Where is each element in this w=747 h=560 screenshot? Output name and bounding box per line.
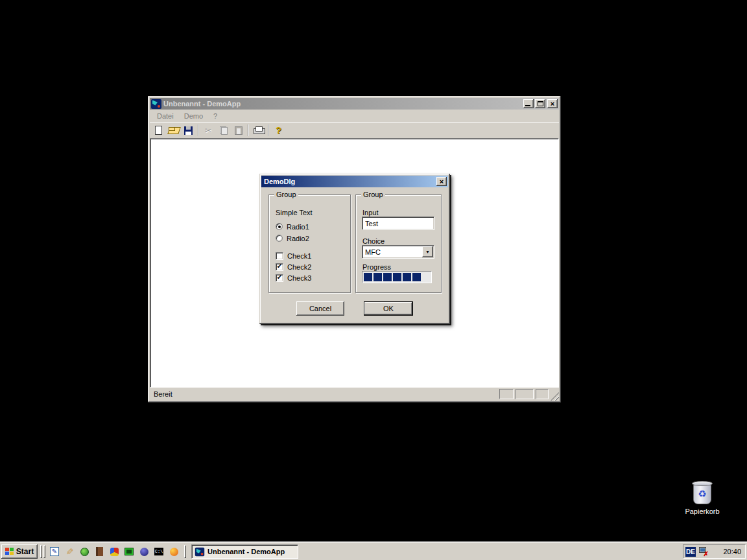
static-text: Simple Text (276, 208, 313, 216)
command-prompt-icon: C:\ (154, 548, 163, 555)
radio2-label: Radio2 (287, 235, 309, 242)
group-left: Group Simple Text Radio1 Radio2 Check1 C… (268, 194, 351, 293)
quicklaunch-editor-button[interactable]: ✎ (49, 546, 60, 557)
toolbar-separator (248, 124, 249, 136)
choice-combobox[interactable]: MFC ▼ (362, 245, 434, 259)
input-label-row: Input (362, 208, 378, 216)
combo-dropdown-button[interactable]: ▼ (422, 246, 433, 257)
main-titlebar[interactable]: Unbenannt - DemoApp × (150, 98, 559, 110)
progress-bar (362, 271, 432, 283)
help-icon: ? (276, 125, 281, 135)
copy-button[interactable] (216, 123, 231, 137)
status-pane (516, 389, 534, 399)
app-icon (195, 547, 204, 556)
ok-button[interactable]: OK (364, 301, 413, 316)
progress-label: Progress (362, 263, 391, 271)
new-document-icon (155, 126, 162, 135)
new-document-button[interactable] (151, 123, 166, 137)
taskbar-clock[interactable]: 20:40 (723, 548, 741, 555)
recycle-symbol-icon: ♻ (692, 489, 713, 498)
quicklaunch-green-ball-button[interactable] (78, 546, 90, 557)
radio-row-2[interactable]: Radio2 (276, 234, 309, 242)
editor-icon: ✎ (50, 547, 59, 556)
quicklaunch-globe-button[interactable] (138, 546, 150, 557)
check3-indicator[interactable] (276, 274, 283, 282)
cancel-button[interactable]: Cancel (296, 301, 344, 316)
menubar: Datei Demo ? (150, 110, 559, 122)
radio-row-1[interactable]: Radio1 (276, 222, 309, 231)
group-left-label: Group (274, 191, 298, 198)
toolbar-separator (198, 124, 199, 136)
task-button-label: Unbenannt - DemoApp (208, 548, 285, 555)
print-button[interactable] (251, 123, 266, 137)
windows-logo-icon (5, 548, 14, 555)
taskbar-drag-handle[interactable] (40, 545, 42, 558)
firefox-icon (170, 548, 178, 556)
menu-demo[interactable]: Demo (180, 111, 208, 121)
check-row-3[interactable]: Check3 (276, 274, 311, 282)
address-book-icon (96, 547, 103, 556)
input-label: Input (362, 209, 378, 216)
menu-datei[interactable]: Datei (152, 111, 178, 121)
save-button[interactable] (181, 123, 196, 137)
check-row-2[interactable]: Check2 (276, 262, 311, 271)
cut-button[interactable]: ✂ (201, 123, 216, 137)
paste-button[interactable] (231, 123, 246, 137)
minimize-icon (525, 105, 530, 106)
toolbar-separator (268, 124, 269, 136)
pen-icon: ✎ (64, 548, 75, 555)
taskbar-drag-handle[interactable] (43, 545, 45, 558)
minimize-button[interactable] (523, 99, 534, 108)
start-button[interactable]: Start (1, 544, 38, 559)
radio1-indicator[interactable] (276, 223, 283, 230)
language-indicator[interactable]: DE (685, 547, 696, 557)
recycle-bin-desktop-icon[interactable]: ♻ Papierkorb (678, 481, 726, 515)
resize-grip[interactable] (551, 392, 559, 401)
dialog-titlebar[interactable]: DemoDlg × (261, 176, 448, 187)
demo-dialog: DemoDlg × Group Simple Text Radio1 Radio… (259, 174, 450, 324)
dialog-title: DemoDlg (264, 178, 295, 185)
check1-label: Check1 (287, 252, 311, 260)
recycle-bin-icon: ♻ (692, 481, 713, 506)
quicklaunch-pen-button[interactable]: ✎ (64, 546, 75, 557)
maximize-button[interactable] (535, 99, 545, 108)
open-button[interactable] (166, 123, 181, 137)
quicklaunch-command-prompt-button[interactable]: C:\ (153, 546, 165, 557)
check1-indicator[interactable] (276, 252, 283, 260)
check3-label: Check3 (287, 274, 311, 282)
help-button[interactable]: ? (271, 123, 286, 137)
green-ball-icon (80, 548, 89, 556)
dialog-close-button[interactable]: × (436, 177, 447, 186)
taskbar: Start ✎ ✎ C:\ Unbenannt - DemoApp DE ✗ 2… (0, 542, 747, 560)
check-row-1[interactable]: Check1 (276, 251, 311, 260)
choice-value: MFC (362, 248, 422, 256)
choice-label: Choice (362, 237, 385, 245)
group-right: Group Input Choice MFC ▼ Progress (355, 194, 442, 293)
quicklaunch-firefox-button[interactable] (168, 546, 180, 557)
radio1-label: Radio1 (287, 223, 309, 231)
statusbar: Bereit (150, 388, 559, 401)
network-disconnected-icon[interactable]: ✗ (698, 547, 707, 556)
quicklaunch-green-terminal-button[interactable] (123, 546, 135, 557)
group-right-label: Group (361, 191, 385, 198)
quicklaunch-visual-studio-button[interactable] (108, 546, 120, 557)
quicklaunch-address-book-button[interactable] (93, 546, 105, 557)
taskbar-drag-handle[interactable] (184, 545, 186, 558)
check2-indicator[interactable] (276, 263, 283, 271)
menu-help[interactable]: ? (209, 111, 222, 121)
radio2-indicator[interactable] (276, 235, 283, 242)
progress-label-row: Progress (362, 262, 391, 271)
green-terminal-icon (124, 548, 134, 555)
check2-label: Check2 (287, 263, 311, 271)
globe-icon (140, 548, 148, 556)
visual-studio-icon (110, 548, 119, 556)
app-icon[interactable] (151, 99, 161, 109)
recycle-bin-label: Papierkorb (678, 508, 726, 515)
input-field[interactable] (362, 216, 434, 230)
desktop: Unbenannt - DemoApp × Datei Demo ? ✂ ? (0, 0, 747, 560)
status-text: Bereit (150, 390, 497, 398)
task-button-demoapp[interactable]: Unbenannt - DemoApp (191, 544, 298, 559)
copy-icon (220, 126, 228, 135)
close-button[interactable]: × (547, 99, 558, 108)
paste-icon (235, 126, 243, 135)
